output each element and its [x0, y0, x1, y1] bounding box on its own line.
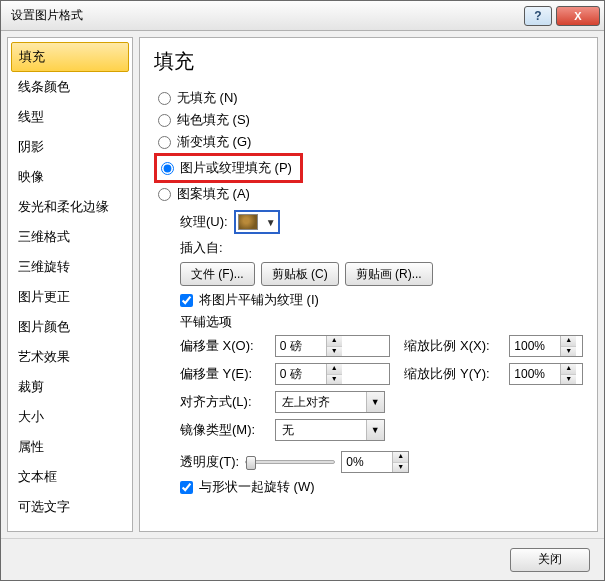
radio-solid-fill-label: 纯色填充 (S)	[177, 111, 250, 129]
texture-label: 纹理(U):	[180, 213, 228, 231]
offset-y-input[interactable]	[276, 364, 326, 384]
align-select[interactable]: 左上对齐 ▼	[275, 391, 385, 413]
radio-picture-fill-input[interactable]	[161, 162, 174, 175]
tile-checkbox-label: 将图片平铺为纹理 (I)	[199, 291, 319, 309]
tile-checkbox[interactable]	[180, 294, 193, 307]
sidebar-item-fill[interactable]: 填充	[11, 42, 129, 72]
sidebar-item-reflection[interactable]: 映像	[8, 162, 132, 192]
sidebar-item-properties[interactable]: 属性	[8, 432, 132, 462]
radio-pattern-fill-input[interactable]	[158, 188, 171, 201]
spinner-up-icon[interactable]: ▲	[327, 364, 342, 375]
slider-thumb-icon[interactable]	[246, 456, 256, 470]
spinner-up-icon[interactable]: ▲	[561, 364, 576, 375]
offset-x-input[interactable]	[276, 336, 326, 356]
chevron-down-icon: ▼	[366, 392, 384, 412]
radio-gradient-fill-input[interactable]	[158, 136, 171, 149]
radio-no-fill-input[interactable]	[158, 92, 171, 105]
sidebar-item-3d-format[interactable]: 三维格式	[8, 222, 132, 252]
sidebar-item-line-style[interactable]: 线型	[8, 102, 132, 132]
radio-solid-fill-input[interactable]	[158, 114, 171, 127]
radio-picture-fill[interactable]: 图片或纹理填充 (P)	[157, 157, 292, 179]
offset-y-label: 偏移量 Y(E):	[180, 365, 261, 383]
window-close-button[interactable]: X	[556, 6, 600, 26]
radio-pattern-fill[interactable]: 图案填充 (A)	[154, 183, 583, 205]
sidebar-item-glow[interactable]: 发光和柔化边缘	[8, 192, 132, 222]
radio-picture-fill-label: 图片或纹理填充 (P)	[180, 159, 292, 177]
help-button[interactable]: ?	[524, 6, 552, 26]
panel-heading: 填充	[154, 48, 583, 75]
insert-clipboard-button[interactable]: 剪贴板 (C)	[261, 262, 339, 286]
mirror-label: 镜像类型(M):	[180, 421, 261, 439]
chevron-down-icon: ▼	[366, 420, 384, 440]
scale-x-spinner[interactable]: ▲▼	[509, 335, 583, 357]
transparency-slider[interactable]	[245, 460, 335, 464]
main-panel: 填充 无填充 (N) 纯色填充 (S) 渐变填充 (G) 图片或纹理填充 (P)	[139, 37, 598, 532]
mirror-select-value: 无	[282, 422, 366, 439]
sidebar-item-size[interactable]: 大小	[8, 402, 132, 432]
scale-y-input[interactable]	[510, 364, 560, 384]
spinner-up-icon[interactable]: ▲	[393, 452, 408, 463]
offset-x-label: 偏移量 X(O):	[180, 337, 261, 355]
tile-options-heading: 平铺选项	[180, 313, 583, 331]
spinner-up-icon[interactable]: ▲	[561, 336, 576, 347]
spinner-up-icon[interactable]: ▲	[327, 336, 342, 347]
offset-y-spinner[interactable]: ▲▼	[275, 363, 391, 385]
scale-y-spinner[interactable]: ▲▼	[509, 363, 583, 385]
dialog-title: 设置图片格式	[11, 7, 520, 24]
close-button[interactable]: 关闭	[510, 548, 590, 572]
radio-no-fill[interactable]: 无填充 (N)	[154, 87, 583, 109]
radio-pattern-fill-label: 图案填充 (A)	[177, 185, 250, 203]
sidebar-item-shadow[interactable]: 阴影	[8, 132, 132, 162]
chevron-down-icon: ▼	[266, 217, 276, 228]
insert-from-label: 插入自:	[180, 239, 583, 257]
spinner-down-icon[interactable]: ▼	[561, 347, 576, 357]
sidebar-item-line-color[interactable]: 线条颜色	[8, 72, 132, 102]
spinner-down-icon[interactable]: ▼	[561, 375, 576, 385]
transparency-input[interactable]	[342, 452, 392, 472]
sidebar-item-pic-correct[interactable]: 图片更正	[8, 282, 132, 312]
transparency-label: 透明度(T):	[180, 453, 239, 471]
rotate-with-shape-row[interactable]: 与形状一起旋转 (W)	[180, 478, 583, 496]
align-label: 对齐方式(L):	[180, 393, 261, 411]
sidebar-item-artistic[interactable]: 艺术效果	[8, 342, 132, 372]
sidebar-item-3d-rotation[interactable]: 三维旋转	[8, 252, 132, 282]
radio-gradient-fill[interactable]: 渐变填充 (G)	[154, 131, 583, 153]
transparency-spinner[interactable]: ▲▼	[341, 451, 409, 473]
sidebar-item-textbox[interactable]: 文本框	[8, 462, 132, 492]
category-sidebar: 填充 线条颜色 线型 阴影 映像 发光和柔化边缘 三维格式 三维旋转 图片更正 …	[7, 37, 133, 532]
sidebar-item-pic-color[interactable]: 图片颜色	[8, 312, 132, 342]
radio-solid-fill[interactable]: 纯色填充 (S)	[154, 109, 583, 131]
sidebar-item-crop[interactable]: 裁剪	[8, 372, 132, 402]
radio-gradient-fill-label: 渐变填充 (G)	[177, 133, 251, 151]
titlebar: 设置图片格式 ? X	[1, 1, 604, 31]
spinner-down-icon[interactable]: ▼	[327, 375, 342, 385]
sidebar-item-alt-text[interactable]: 可选文字	[8, 492, 132, 522]
insert-clipart-button[interactable]: 剪贴画 (R)...	[345, 262, 433, 286]
tile-checkbox-row[interactable]: 将图片平铺为纹理 (I)	[180, 291, 583, 309]
rotate-with-shape-checkbox[interactable]	[180, 481, 193, 494]
scale-x-input[interactable]	[510, 336, 560, 356]
mirror-select[interactable]: 无 ▼	[275, 419, 385, 441]
dialog-footer: 关闭	[1, 538, 604, 580]
rotate-with-shape-label: 与形状一起旋转 (W)	[199, 478, 315, 496]
format-picture-dialog: 设置图片格式 ? X 填充 线条颜色 线型 阴影 映像 发光和柔化边缘 三维格式…	[0, 0, 605, 581]
spinner-down-icon[interactable]: ▼	[327, 347, 342, 357]
align-select-value: 左上对齐	[282, 394, 366, 411]
scale-y-label: 缩放比例 Y(Y):	[404, 365, 495, 383]
insert-file-button[interactable]: 文件 (F)...	[180, 262, 255, 286]
radio-no-fill-label: 无填充 (N)	[177, 89, 238, 107]
scale-x-label: 缩放比例 X(X):	[404, 337, 495, 355]
offset-x-spinner[interactable]: ▲▼	[275, 335, 391, 357]
texture-picker[interactable]: ▼	[234, 210, 280, 234]
spinner-down-icon[interactable]: ▼	[393, 463, 408, 473]
highlight-box: 图片或纹理填充 (P)	[154, 153, 303, 183]
dialog-body: 填充 线条颜色 线型 阴影 映像 发光和柔化边缘 三维格式 三维旋转 图片更正 …	[1, 31, 604, 538]
texture-swatch-icon	[238, 214, 258, 230]
